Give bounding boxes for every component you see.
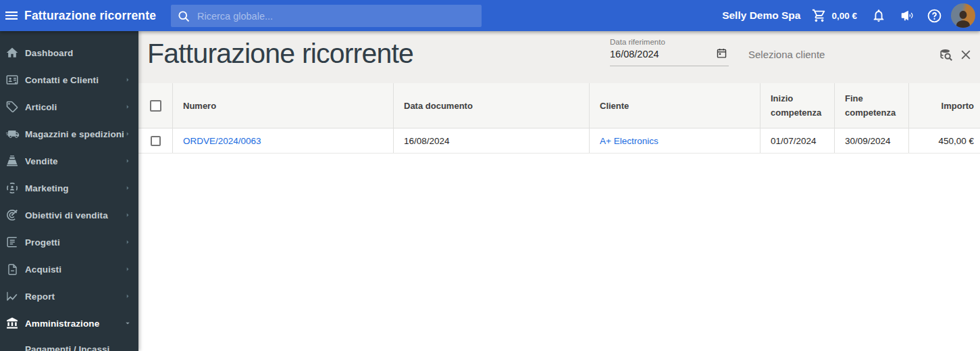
sidebar-item-vendite[interactable]: Vendite: [0, 147, 138, 174]
sidebar-item-amministrazione[interactable]: Amministrazione: [0, 310, 138, 337]
table-header-row: Numero Data documento Cliente Inizio com…: [138, 83, 980, 128]
toolbar-actions: [939, 47, 973, 62]
cart-amount[interactable]: 0,00 €: [831, 11, 857, 21]
amount-cell: 450,00 €: [908, 128, 980, 153]
global-search-input[interactable]: [197, 11, 475, 22]
help-icon[interactable]: [926, 7, 942, 24]
advanced-search-icon[interactable]: [939, 47, 954, 62]
column-header-inizio-competenza[interactable]: Inizio competenza: [760, 83, 834, 128]
search-icon: [177, 9, 190, 23]
calendar-icon[interactable]: [716, 47, 727, 62]
cash-register-icon: [5, 154, 20, 168]
select-all-cell: [138, 83, 172, 128]
client-select-placeholder: Seleziona cliente: [748, 49, 825, 60]
bank-icon: [5, 316, 20, 331]
tag-icon: [5, 99, 20, 114]
sidebar-item-progetti[interactable]: Progetti: [0, 229, 138, 256]
app-title: Fatturazione ricorrente: [24, 9, 156, 23]
sidebar: Dashboard Contatti e Clienti Arti: [0, 31, 138, 351]
home-icon: [5, 45, 20, 60]
select-all-checkbox[interactable]: [150, 100, 161, 112]
chevron-right-icon: [124, 238, 132, 246]
chevron-right-icon: [124, 103, 132, 111]
topbar: Fatturazione ricorrente Selly Demo Spa 0…: [0, 0, 980, 31]
document-number-link[interactable]: ORDVE/2024/0063: [183, 136, 261, 146]
main-content: Fatturazione ricorrente Data riferimento…: [138, 31, 980, 351]
column-header-fine-competenza[interactable]: Fine competenza: [834, 83, 908, 128]
chevron-right-icon: [124, 157, 132, 165]
projects-list-icon: [5, 235, 20, 250]
chevron-right-icon: [124, 184, 132, 192]
chevron-down-icon: [124, 319, 132, 327]
sidebar-subitem-pagamenti-incassi[interactable]: Pagamenti / Incassi: [0, 337, 138, 351]
chevron-right-icon: [124, 265, 132, 273]
company-name[interactable]: Selly Demo Spa: [722, 9, 800, 22]
row-select-cell: [138, 128, 172, 153]
page-toolbar: Fatturazione ricorrente Data riferimento…: [138, 31, 980, 83]
topbar-right: Selly Demo Spa 0,00 €: [722, 0, 975, 31]
global-search[interactable]: [171, 5, 482, 27]
app-window: Fatturazione ricorrente Selly Demo Spa 0…: [0, 0, 980, 351]
sidebar-item-contatti-e-clienti[interactable]: Contatti e Clienti: [0, 66, 138, 93]
sidebar-item-articoli[interactable]: Articoli: [0, 93, 138, 120]
notifications-bell-icon[interactable]: [871, 7, 887, 24]
column-header-data-documento[interactable]: Data documento: [393, 83, 589, 128]
reference-date-label: Data riferimento: [610, 38, 729, 46]
chevron-right-icon: [124, 76, 132, 84]
truck-icon: [5, 126, 20, 141]
chevron-right-icon: [124, 130, 132, 138]
cart-icon[interactable]: [811, 7, 827, 24]
column-header-cliente[interactable]: Cliente: [589, 83, 760, 128]
menu-icon[interactable]: [1, 0, 22, 31]
sidebar-item-marketing[interactable]: Marketing: [0, 174, 138, 202]
column-header-importo[interactable]: Importo: [908, 83, 980, 128]
marketing-icon: [5, 181, 20, 195]
client-link[interactable]: A+ Electronics: [600, 136, 659, 146]
sidebar-item-report[interactable]: Report: [0, 283, 138, 310]
reference-date-field[interactable]: Data riferimento 16/08/2024: [610, 37, 729, 66]
close-icon[interactable]: [958, 47, 973, 62]
chart-icon: [5, 289, 20, 304]
page-title: Fatturazione ricorrente: [147, 38, 413, 70]
user-avatar[interactable]: [951, 3, 975, 28]
documents-table: Numero Data documento Cliente Inizio com…: [138, 83, 980, 154]
sales-target-icon: [5, 208, 20, 223]
chevron-right-icon: [124, 292, 132, 300]
sidebar-item-obiettivi-di-vendita[interactable]: Obiettivi di vendita: [0, 202, 138, 229]
chevron-right-icon: [124, 211, 132, 219]
document-icon: [5, 262, 20, 277]
end-date-cell: 30/09/2024: [834, 128, 908, 153]
column-header-numero[interactable]: Numero: [172, 83, 393, 128]
megaphone-icon[interactable]: [899, 7, 915, 24]
sidebar-item-acquisti[interactable]: Acquisti: [0, 256, 138, 283]
sidebar-item-magazzini-e-spedizioni[interactable]: Magazzini e spedizioni: [0, 120, 138, 147]
table-row: ORDVE/2024/0063 16/08/2024 A+ Electronic…: [138, 128, 980, 154]
client-select[interactable]: Seleziona cliente: [748, 49, 917, 64]
contacts-icon: [5, 72, 20, 87]
row-checkbox[interactable]: [151, 136, 161, 146]
document-date-cell: 16/08/2024: [393, 128, 589, 153]
reference-date-value[interactable]: 16/08/2024: [610, 49, 729, 60]
start-date-cell: 01/07/2024: [760, 128, 834, 153]
sidebar-item-dashboard[interactable]: Dashboard: [0, 39, 138, 66]
